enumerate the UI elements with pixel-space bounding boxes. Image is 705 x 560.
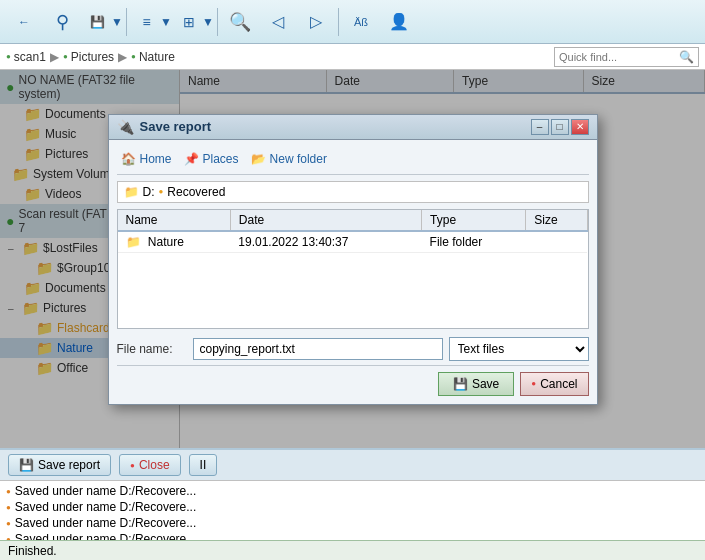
save-report-label: Save report [38, 458, 100, 472]
separator-3 [338, 8, 339, 36]
modal-col-type[interactable]: Type [422, 210, 526, 231]
filename-label: File name: [117, 342, 187, 356]
next-button[interactable]: ▷ [298, 5, 334, 39]
list-main-button[interactable]: ≡ [131, 5, 161, 39]
row-size [526, 231, 587, 253]
list-split-button: ≡ ▼ [131, 5, 171, 39]
status-text: Finished. [8, 544, 57, 558]
status-bar: Finished. [0, 540, 705, 560]
modal-close-button[interactable]: ✕ [571, 119, 589, 135]
back-button[interactable]: ← [6, 5, 42, 39]
save-dropdown-button[interactable]: ▼ [112, 5, 122, 39]
modal-file-table: Name Date Type Size 📁 Nature [118, 210, 588, 253]
filename-input[interactable] [193, 338, 443, 360]
toolbar: ← ⚲ 💾 ▼ ≡ ▼ ⊞ ▼ 🔍 ◁ ▷ Äß [0, 0, 705, 44]
modal-titlebar: 🔌 Save report – □ ✕ [109, 115, 597, 140]
row-name-text: Nature [148, 235, 184, 249]
row-type: File folder [422, 231, 526, 253]
modal-col-date[interactable]: Date [230, 210, 421, 231]
row-name: 📁 Nature [118, 231, 231, 253]
modal-table-body: 📁 Nature 19.01.2022 13:40:37 File folder [118, 231, 588, 253]
breadcrumb-nature[interactable]: ● Nature [131, 50, 175, 64]
log-line-4: ● Saved under name D:/Recovere... [6, 531, 699, 540]
modal-col-name[interactable]: Name [118, 210, 231, 231]
modal-save-label: Save [472, 377, 499, 391]
next-icon: ▷ [310, 12, 322, 31]
back-icon: ← [18, 15, 30, 29]
view-split-button: ⊞ ▼ [173, 5, 213, 39]
prev-button[interactable]: ◁ [260, 5, 296, 39]
modal-cancel-button[interactable]: ● Cancel [520, 372, 588, 396]
sep2: ▶ [118, 50, 127, 64]
modal-body: 🏠 Home 📌 Places 📂 New folder 📁 D: [109, 140, 597, 404]
text-icon: Äß [354, 16, 368, 28]
pause-button[interactable]: II [189, 454, 218, 476]
nav-home[interactable]: 🏠 Home [121, 152, 172, 166]
binoculars-icon: 🔍 [229, 11, 251, 33]
log-text-4: Saved under name D:/Recovere... [15, 532, 196, 540]
location-drive: D: [143, 185, 155, 199]
sep1: ▶ [50, 50, 59, 64]
breadcrumb-bar: ● scan1 ▶ ● Pictures ▶ ● Nature 🔍 [0, 44, 705, 70]
action-bar: 💾 Save report ● Close II [0, 448, 705, 480]
breadcrumb-pictures[interactable]: ● Pictures [63, 50, 114, 64]
breadcrumb-scan1[interactable]: ● scan1 [6, 50, 46, 64]
view-dropdown-button[interactable]: ▼ [203, 5, 213, 39]
text-button[interactable]: Äß [343, 5, 379, 39]
scan1-dot: ● [6, 52, 11, 61]
log-text-3: Saved under name D:/Recovere... [15, 516, 196, 530]
breadcrumb-nature-label: Nature [139, 50, 175, 64]
view-main-button[interactable]: ⊞ [173, 5, 203, 39]
modal-col-size[interactable]: Size [526, 210, 587, 231]
pause-label: II [200, 458, 207, 472]
close-dot-icon: ● [130, 461, 135, 470]
breadcrumb-pictures-label: Pictures [71, 50, 114, 64]
log-area: ● Saved under name D:/Recovere... ● Save… [0, 480, 705, 540]
list-dropdown-button[interactable]: ▼ [161, 5, 171, 39]
nav-new-folder[interactable]: 📂 New folder [251, 152, 327, 166]
quick-find-box: 🔍 [554, 47, 699, 67]
save-report-dialog: 🔌 Save report – □ ✕ 🏠 Home [108, 114, 598, 405]
log-dot-3: ● [6, 519, 11, 528]
modal-save-button[interactable]: 💾 Save [438, 372, 514, 396]
separator-2 [217, 8, 218, 36]
dropdown-arrow-icon: ▼ [111, 15, 123, 29]
user-button[interactable]: 👤 [381, 5, 417, 39]
save-icon: 💾 [90, 15, 105, 29]
modal-minimize-button[interactable]: – [531, 119, 549, 135]
nav-new-folder-label: New folder [270, 152, 327, 166]
modal-maximize-button[interactable]: □ [551, 119, 569, 135]
close-button[interactable]: ● Close [119, 454, 181, 476]
search-button[interactable]: ⚲ [44, 5, 80, 39]
places-icon: 📌 [184, 152, 199, 166]
location-bar: 📁 D: ● Recovered [117, 181, 589, 203]
user-icon: 👤 [389, 12, 409, 31]
modal-controls: – □ ✕ [531, 119, 589, 135]
modal-title: Save report [140, 119, 212, 134]
row-date: 19.01.2022 13:40:37 [230, 231, 421, 253]
log-line-3: ● Saved under name D:/Recovere... [6, 515, 699, 531]
modal-icon: 🔌 [117, 119, 134, 135]
binoculars-button[interactable]: 🔍 [222, 5, 258, 39]
quick-find-input[interactable] [555, 49, 675, 65]
save-main-button[interactable]: 💾 [82, 5, 112, 39]
save-report-button[interactable]: 💾 Save report [8, 454, 111, 476]
close-label: Close [139, 458, 170, 472]
pictures-dot: ● [63, 52, 68, 61]
modal-actions: 💾 Save ● Cancel [117, 365, 589, 396]
search-icon: ⚲ [56, 11, 69, 33]
log-line-1: ● Saved under name D:/Recovere... [6, 483, 699, 499]
cancel-dot-icon: ● [531, 379, 536, 388]
main-area: ● NO NAME (FAT32 file system) 📁 Document… [0, 70, 705, 448]
filetype-select[interactable]: Text files [449, 337, 589, 361]
log-dot-2: ● [6, 503, 11, 512]
separator-1 [126, 8, 127, 36]
modal-cancel-label: Cancel [540, 377, 577, 391]
nav-places[interactable]: 📌 Places [184, 152, 239, 166]
view-icon: ⊞ [183, 14, 195, 30]
quick-find-search-icon[interactable]: 🔍 [675, 48, 698, 66]
filename-row: File name: Text files [117, 337, 589, 361]
save-report-icon: 💾 [19, 458, 34, 472]
table-row[interactable]: 📁 Nature 19.01.2022 13:40:37 File folder [118, 231, 588, 253]
location-dot: ● [159, 187, 164, 196]
